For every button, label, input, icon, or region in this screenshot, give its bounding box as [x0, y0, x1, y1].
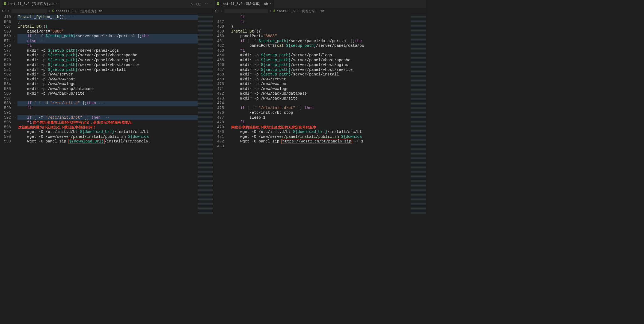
bc-drive: C:	[2, 9, 6, 13]
shell-file-icon: $	[52, 9, 54, 13]
minimap[interactable]	[198, 15, 213, 214]
bc-path-blurred	[224, 9, 268, 13]
left-pane: $ install_6.0 (宝塔官方).sh × ▷ ▢▢ ··· C: › …	[0, 0, 213, 214]
run-icon[interactable]: ▷	[191, 2, 193, 6]
breadcrumb[interactable]: C: › › $ install_6.0（网友分享）.sh	[213, 8, 426, 15]
tab-right-file[interactable]: $ install_6.0（网友分享）.sh ×	[215, 0, 274, 8]
tab-bar: $ install_6.0 (宝塔官方).sh × ▷ ▢▢ ···	[0, 0, 213, 8]
chevron-right-icon: ›	[8, 9, 10, 13]
close-icon[interactable]: ×	[270, 2, 272, 6]
breadcrumb[interactable]: C: › › $ install_6.0 (宝塔官方).sh	[0, 8, 213, 15]
shell-file-icon: $	[4, 2, 6, 6]
code-editor[interactable]: 4105665675685695715765775785795805815825…	[0, 15, 213, 214]
fold-gutter[interactable]: ›››››	[13, 15, 17, 214]
chevron-right-icon: ›	[221, 9, 223, 13]
code-area[interactable]: Install_Python_Lib(){ ···}Install_Bt(){ …	[17, 15, 198, 214]
right-pane: $ install_6.0（网友分享）.sh × C: › › $ instal…	[213, 0, 426, 214]
shell-file-icon: $	[273, 9, 275, 13]
tab-left-file[interactable]: $ install_6.0 (宝塔官方).sh ×	[2, 0, 60, 8]
bc-drive: C:	[215, 9, 219, 13]
bc-path-blurred	[11, 9, 47, 13]
code-area[interactable]: fi fi}Install_Bt(){ panelPort="8888" if …	[231, 15, 411, 214]
fold-gutter[interactable]	[226, 15, 231, 214]
line-number-gutter: 4574584594604614624634644654664674684694…	[213, 15, 226, 214]
more-icon[interactable]: ···	[204, 2, 211, 6]
bc-file: install_6.0 (宝塔官方).sh	[56, 9, 102, 14]
editor-container: $ install_6.0 (宝塔官方).sh × ▷ ▢▢ ··· C: › …	[0, 0, 426, 214]
chevron-right-icon: ›	[270, 9, 272, 13]
split-editor-icon[interactable]: ▢▢	[196, 2, 201, 6]
tab-bar: $ install_6.0（网友分享）.sh ×	[213, 0, 426, 8]
chevron-right-icon: ›	[49, 9, 51, 13]
close-icon[interactable]: ×	[56, 2, 58, 6]
code-editor[interactable]: 4574584594604614624634644654664674684694…	[213, 15, 426, 214]
shell-file-icon: $	[217, 2, 219, 6]
tab-actions: ▷ ▢▢ ···	[191, 2, 211, 6]
tab-label: install_6.0（网友分享）.sh	[221, 2, 268, 6]
line-number-gutter: 4105665675685695715765775785795805815825…	[0, 15, 13, 214]
tab-label: install_6.0 (宝塔官方).sh	[8, 2, 54, 6]
bc-file: install_6.0（网友分享）.sh	[277, 9, 324, 14]
minimap[interactable]	[411, 15, 426, 214]
